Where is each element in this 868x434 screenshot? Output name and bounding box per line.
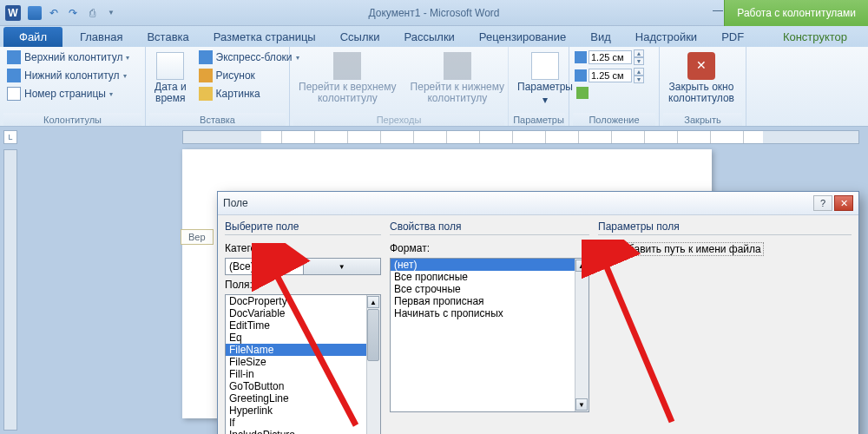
clipart-icon bbox=[199, 87, 213, 101]
list-item[interactable]: Все строчные bbox=[391, 283, 575, 295]
list-item[interactable]: (нет) bbox=[391, 259, 575, 271]
help-button[interactable]: ? bbox=[813, 195, 832, 211]
list-item[interactable]: Fill-in bbox=[226, 368, 366, 380]
options-button[interactable]: Параметры ▾ bbox=[512, 49, 578, 109]
vertical-ruler[interactable] bbox=[3, 149, 17, 431]
goto-footer-button[interactable]: Перейти к нижнему колонтитулу bbox=[405, 49, 510, 108]
list-item[interactable]: GoToButton bbox=[226, 380, 366, 392]
clipart-label: Картинка bbox=[216, 88, 260, 100]
footer-from-bottom-input[interactable] bbox=[589, 69, 632, 82]
list-item[interactable]: Начинать с прописных bbox=[391, 307, 575, 319]
quick-access-toolbar: ↶ ↷ ⎙ ▼ bbox=[26, 4, 120, 22]
ruler-corner[interactable]: L bbox=[3, 130, 17, 144]
header-area-tab: Вер bbox=[181, 229, 214, 245]
scrollbar[interactable] bbox=[575, 259, 589, 411]
tab-home[interactable]: Главная bbox=[68, 27, 135, 47]
qat-customize[interactable]: ▼ bbox=[102, 4, 120, 22]
close-header-footer-button[interactable]: Закрыть окно колонтитулов bbox=[663, 49, 740, 108]
tab-pdf[interactable]: PDF bbox=[709, 27, 756, 47]
calendar-icon bbox=[156, 52, 184, 80]
tab-design-context[interactable]: Конструктор bbox=[771, 27, 859, 47]
tab-review[interactable]: Рецензирование bbox=[467, 27, 578, 47]
date-time-label: Дата и время bbox=[155, 82, 187, 104]
footer-label: Нижний колонтитул bbox=[24, 69, 120, 82]
scroll-up[interactable]: ▲ bbox=[367, 296, 379, 308]
header-from-top[interactable]: ▲▼ bbox=[573, 49, 646, 66]
page-number-button[interactable]: Номер страницы▾ bbox=[3, 85, 141, 102]
options-icon bbox=[531, 52, 559, 80]
fields-listbox[interactable]: DocPropertyDocVariableEditTimeEqFileName… bbox=[225, 294, 381, 434]
categories-label: Категории: bbox=[225, 242, 381, 254]
insert-alignment-tab[interactable] bbox=[573, 85, 646, 101]
file-tab[interactable]: Файл bbox=[3, 27, 62, 47]
group-label: Колонтитулы bbox=[3, 113, 141, 126]
undo-button[interactable]: ↶ bbox=[45, 4, 62, 22]
footer-button[interactable]: Нижний колонтитул▾ bbox=[3, 67, 141, 84]
section-title: Параметры поля bbox=[598, 220, 852, 235]
undo-icon: ↶ bbox=[49, 7, 58, 19]
categories-combo[interactable]: (Все) ▼ bbox=[225, 258, 381, 275]
page-number-label: Номер страницы bbox=[24, 88, 106, 100]
list-item[interactable]: If bbox=[226, 417, 366, 429]
clipart-button[interactable]: Картинка bbox=[195, 85, 303, 102]
list-item[interactable]: FileName bbox=[226, 344, 366, 356]
list-item[interactable]: DocProperty bbox=[226, 295, 366, 307]
horizontal-ruler[interactable] bbox=[182, 130, 859, 144]
contextual-tab-header: Работа с колонтитулами bbox=[724, 0, 868, 26]
tab-pagelayout[interactable]: Разметка страницы bbox=[201, 27, 328, 47]
header-from-top-input[interactable] bbox=[589, 50, 632, 64]
list-item[interactable]: Первая прописная bbox=[391, 295, 575, 307]
close-button[interactable]: ✕ bbox=[834, 195, 853, 211]
field-dialog: Поле ? ✕ Выберите поле Категории: (Все) … bbox=[217, 191, 859, 434]
spin-up[interactable]: ▲ bbox=[634, 49, 644, 57]
footer-from-bottom[interactable]: ▲▼ bbox=[573, 67, 646, 84]
tab-insert[interactable]: Вставка bbox=[135, 27, 201, 47]
format-listbox[interactable]: (нет)Все прописныеВсе строчныеПервая про… bbox=[390, 258, 589, 412]
quick-parts-button[interactable]: Экспресс-блоки▾ bbox=[195, 49, 303, 66]
spin-up[interactable]: ▲ bbox=[634, 68, 644, 76]
print-button[interactable]: ⎙ bbox=[83, 4, 101, 22]
picture-button[interactable]: Рисунок bbox=[195, 67, 303, 84]
redo-button[interactable]: ↷ bbox=[64, 4, 82, 22]
close-label: Закрыть окно колонтитулов bbox=[668, 82, 734, 104]
group-options: Параметры ▾ Параметры bbox=[509, 47, 569, 126]
categories-value: (Все) bbox=[226, 259, 303, 274]
goto-footer-label: Перейти к нижнему колонтитулу bbox=[411, 82, 505, 104]
group-close: Закрыть окно колонтитулов Закрыть bbox=[660, 47, 746, 126]
scroll-up[interactable]: ▲ bbox=[575, 260, 588, 272]
save-button[interactable] bbox=[26, 4, 43, 22]
header-button[interactable]: Верхний колонтитул▾ bbox=[3, 49, 141, 66]
list-item[interactable]: Hyperlink bbox=[226, 404, 366, 417]
scroll-thumb[interactable] bbox=[367, 309, 379, 361]
list-item[interactable]: GreetingLine bbox=[226, 392, 366, 404]
spin-down[interactable]: ▼ bbox=[634, 76, 644, 83]
list-item[interactable]: Eq bbox=[226, 332, 366, 344]
save-icon bbox=[28, 6, 42, 20]
goto-header-button[interactable]: Перейти к верхнему колонтитулу bbox=[293, 49, 402, 108]
chevron-down-icon[interactable]: ▼ bbox=[303, 259, 381, 274]
scroll-down[interactable]: ▼ bbox=[575, 398, 588, 411]
list-item[interactable]: EditTime bbox=[226, 319, 366, 332]
tab-addins[interactable]: Надстройки bbox=[623, 27, 709, 47]
date-time-button[interactable]: Дата и время bbox=[149, 49, 192, 108]
list-item[interactable]: IncludePicture bbox=[226, 429, 366, 434]
list-item[interactable]: FileSize bbox=[226, 356, 366, 368]
fields-label: Поля: bbox=[225, 279, 381, 291]
section-title: Свойства поля bbox=[390, 220, 589, 235]
group-insert: Дата и время Экспресс-блоки▾ Рисунок Кар… bbox=[146, 47, 290, 126]
chevron-down-icon: ▾ bbox=[542, 95, 548, 106]
header-label: Верхний колонтитул bbox=[24, 51, 122, 63]
add-path-checkbox[interactable] bbox=[598, 244, 609, 255]
dialog-titlebar[interactable]: Поле ? ✕ bbox=[218, 192, 858, 215]
ribbon-tabstrip: Файл Главная Вставка Разметка страницы С… bbox=[0, 26, 868, 47]
tab-view[interactable]: Вид bbox=[578, 27, 623, 47]
chevron-down-icon: ▼ bbox=[108, 9, 115, 16]
list-item[interactable]: DocVariable bbox=[226, 307, 366, 319]
tab-mailings[interactable]: Рассылки bbox=[392, 27, 467, 47]
add-path-option[interactable]: Добавить путь к имени файла bbox=[598, 242, 852, 256]
list-item[interactable]: Все прописные bbox=[391, 271, 575, 283]
spin-down[interactable]: ▼ bbox=[634, 57, 644, 65]
tab-references[interactable]: Ссылки bbox=[328, 27, 392, 47]
goto-header-icon bbox=[333, 52, 361, 80]
titlebar: W ↶ ↷ ⎙ ▼ Документ1 - Microsoft Word — Р… bbox=[0, 0, 868, 26]
